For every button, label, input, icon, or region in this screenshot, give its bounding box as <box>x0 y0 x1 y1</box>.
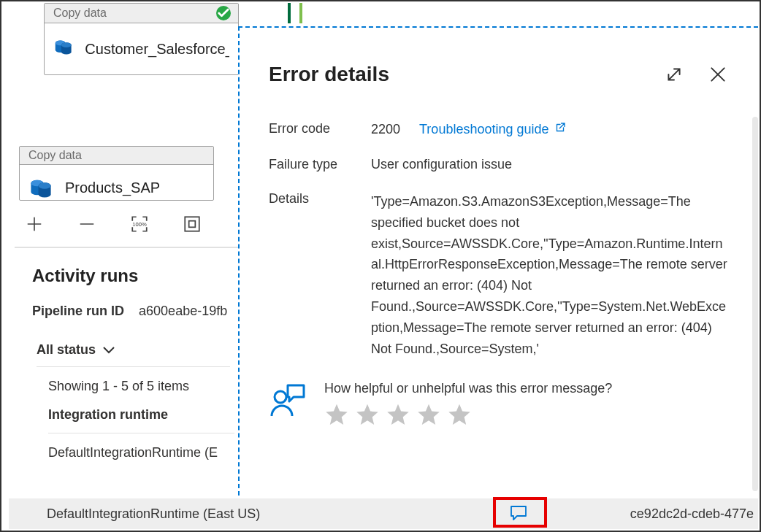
panel-header: Error details <box>269 63 729 86</box>
close-icon[interactable] <box>707 63 729 85</box>
pipeline-run-id-value: a600eabe-19fb <box>139 304 227 318</box>
activity-type-label: Copy data <box>53 7 107 20</box>
activity-card-body: Products_SAP <box>20 165 213 200</box>
troubleshooting-guide-link[interactable]: Troubleshooting guide <box>419 121 566 138</box>
connector-stub <box>299 3 302 23</box>
activity-name: Products_SAP <box>65 180 160 196</box>
activity-card-header: Copy data <box>20 147 213 165</box>
zoom-reset-button[interactable]: 100% <box>129 213 150 235</box>
group-header-integration-runtime: Integration runtime <box>48 407 234 433</box>
connector-stub <box>288 3 291 23</box>
svg-text:100%: 100% <box>132 221 147 228</box>
pipeline-run-id-label: Pipeline run ID <box>32 304 124 318</box>
database-icon <box>53 36 73 61</box>
runtime-name: DefaultIntegrationRuntime (East US) <box>47 506 260 522</box>
feedback-person-icon <box>269 381 307 422</box>
activity-card-body: Customer_Salesforce_copy <box>45 23 238 74</box>
zoom-fit-button[interactable] <box>181 213 203 235</box>
feedback-body: How helpful or unhelpful was this error … <box>324 381 612 427</box>
star-icon[interactable] <box>447 402 472 427</box>
label-details: Details <box>269 191 371 359</box>
pipeline-run-id-row: Pipeline run ID a600eabe-19fb <box>32 304 240 319</box>
activity-card[interactable]: Copy data Products_SAP <box>19 146 214 201</box>
external-link-icon <box>554 121 567 138</box>
feedback-question: How helpful or unhelpful was this error … <box>324 381 612 396</box>
label-failure-type: Failure type <box>269 157 371 172</box>
activity-run-id: ce92dc2d-cdeb-477e <box>630 506 754 522</box>
star-icon[interactable] <box>416 402 441 427</box>
panel-actions <box>663 63 729 85</box>
activity-runs-section: Activity runs Pipeline run ID a600eabe-1… <box>32 266 240 460</box>
svg-point-7 <box>39 182 51 189</box>
value-error-code-row: 2200 Troubleshooting guide <box>371 121 729 138</box>
troubleshooting-guide-label: Troubleshooting guide <box>419 122 548 137</box>
svg-point-3 <box>61 42 72 47</box>
star-icon[interactable] <box>355 402 380 427</box>
expand-icon[interactable] <box>663 63 685 85</box>
activity-runs-title: Activity runs <box>32 266 240 286</box>
runtime-row-selected[interactable]: DefaultIntegrationRuntime (East US) ce92… <box>9 498 758 529</box>
zoom-out-button[interactable] <box>76 213 98 235</box>
zoom-toolbar: 100% <box>15 206 252 248</box>
activity-name: Customer_Salesforce_copy <box>85 41 229 58</box>
svg-rect-10 <box>189 221 196 228</box>
panel-title: Error details <box>269 63 389 86</box>
status-filter-label: All status <box>37 342 96 358</box>
status-filter-dropdown[interactable]: All status <box>37 342 230 367</box>
scrollbar[interactable] <box>752 117 758 491</box>
feedback-section: How helpful or unhelpful was this error … <box>269 381 729 427</box>
zoom-in-button[interactable] <box>23 213 45 235</box>
chevron-down-icon <box>103 342 115 358</box>
runtime-row[interactable]: DefaultIntegrationRuntime (E <box>48 445 240 460</box>
app-canvas: Copy data Customer_Salesforce <box>0 0 761 532</box>
activity-type-label: Copy data <box>28 149 82 162</box>
svg-point-11 <box>275 391 286 403</box>
rating-stars <box>324 402 612 427</box>
database-icon <box>28 175 53 200</box>
error-details-grid: Error code 2200 Troubleshooting guide Fa… <box>269 121 729 359</box>
error-message-button[interactable] <box>496 500 541 526</box>
label-error-code: Error code <box>269 121 371 138</box>
star-icon[interactable] <box>324 402 349 427</box>
svg-rect-9 <box>185 217 199 231</box>
success-icon <box>216 6 231 20</box>
results-count-label: Showing 1 - 5 of 5 items <box>48 379 240 394</box>
star-icon[interactable] <box>386 402 410 427</box>
value-failure-type: User configuration issue <box>371 157 729 172</box>
error-details-panel: Error details Error code 2200 Troublesho… <box>238 26 758 496</box>
activity-card-header: Copy data <box>45 4 238 23</box>
error-code-value: 2200 <box>371 122 400 137</box>
activity-card[interactable]: Copy data Customer_Salesforce <box>44 3 239 75</box>
value-details: 'Type=Amazon.S3.AmazonS3Exception,Messag… <box>371 191 729 359</box>
